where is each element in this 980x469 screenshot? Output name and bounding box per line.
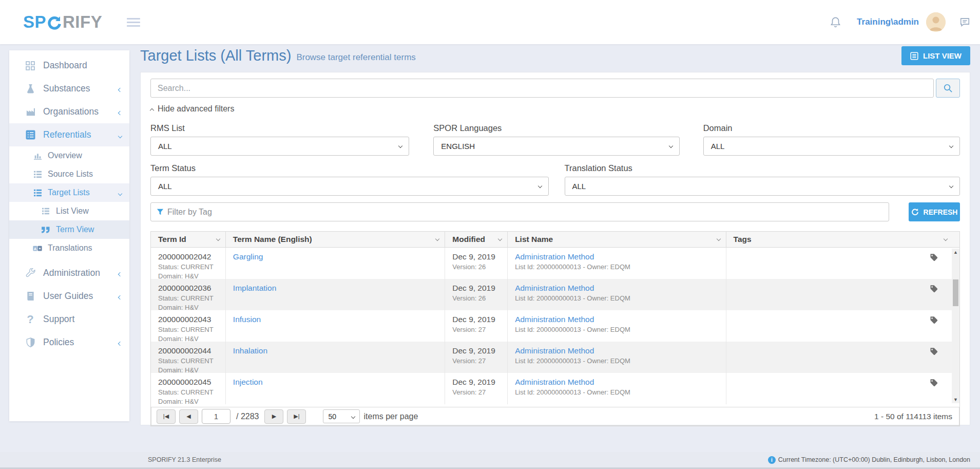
sidebar-item-term-view[interactable]: Term View: [9, 220, 129, 239]
tag-icon[interactable]: [930, 253, 938, 279]
term-name-link[interactable]: Inhalation: [233, 346, 267, 355]
modified-date: Dec 9, 2019: [452, 346, 507, 355]
filter-icon: [157, 208, 164, 216]
term-id: 200000002042: [158, 252, 225, 261]
chat-icon[interactable]: [959, 16, 971, 28]
sidebar-label: Target Lists: [48, 188, 90, 197]
column-header-tags[interactable]: Tags: [726, 232, 959, 247]
search-input[interactable]: [150, 79, 934, 98]
table-scrollbar[interactable]: ▲ ▼: [952, 249, 959, 403]
scroll-up-arrow[interactable]: ▲: [952, 249, 959, 256]
term-name-link[interactable]: Gargling: [233, 252, 263, 261]
terms-grid: Term Id Term Name (English) Modified Lis…: [150, 231, 960, 426]
term-name-link[interactable]: Injection: [233, 378, 263, 386]
chevron-down-icon: [398, 144, 402, 148]
term-id: 200000002044: [158, 346, 225, 355]
sidebar-item-target-lists[interactable]: Target Lists: [9, 183, 129, 202]
list-info: List Id: 200000000013 - Owner: EDQM: [515, 326, 725, 333]
search-button[interactable]: [936, 79, 960, 98]
term-status: Status: CURRENT: [158, 263, 225, 271]
chevron-down-icon: [668, 144, 672, 148]
list-name-link[interactable]: Administration Method: [515, 252, 594, 261]
list-name-link[interactable]: Administration Method: [515, 378, 594, 386]
user-menu[interactable]: Training\admin: [857, 17, 919, 27]
logo-text-rify: RIFY: [63, 12, 102, 32]
filter-by-tag-input[interactable]: [167, 208, 883, 217]
sidebar-item-administration[interactable]: Administration: [9, 261, 129, 285]
list-view-button[interactable]: LIST VIEW: [901, 46, 970, 65]
scrollbar-thumb[interactable]: [953, 279, 958, 306]
app-logo[interactable]: SP RIFY: [23, 12, 102, 32]
previous-page-button[interactable]: ◀: [179, 409, 198, 424]
refresh-icon: [911, 208, 919, 216]
pager: |◀ ◀ / 2283 ▶ ▶| 50 items per page 1 - 5…: [151, 407, 959, 426]
sidebar-item-organisations[interactable]: Organisations: [9, 100, 129, 123]
chevron-down-icon: [119, 188, 122, 197]
avatar[interactable]: [926, 12, 946, 32]
chevron-down-icon: [716, 237, 720, 241]
version: Version: 27: [452, 357, 507, 365]
refresh-button[interactable]: REFRESH: [909, 202, 960, 221]
hide-advanced-filters-toggle[interactable]: Hide advanced filters: [150, 104, 234, 114]
rms-list-label: RMS List: [150, 123, 409, 133]
list-name-link[interactable]: Administration Method: [515, 284, 594, 292]
sidebar-item-list-view[interactable]: List View: [9, 202, 129, 220]
scroll-down-arrow[interactable]: ▼: [952, 396, 959, 403]
list-info: List Id: 200000000013 - Owner: EDQM: [515, 388, 725, 396]
sidebar-label: Translations: [48, 243, 92, 253]
flask-icon: [25, 84, 36, 93]
next-page-button[interactable]: ▶: [264, 409, 283, 424]
column-header-term-id[interactable]: Term Id: [151, 232, 226, 247]
tag-icon[interactable]: [930, 379, 938, 404]
items-range-label: 1 - 50 of 114113 items: [874, 412, 954, 421]
sidebar-item-substances[interactable]: Substances: [9, 77, 129, 100]
sidebar-item-dashboard[interactable]: Dashboard: [9, 54, 129, 77]
page-number-input[interactable]: [202, 409, 230, 424]
domain-select[interactable]: ALL: [703, 137, 960, 156]
notifications-bell-icon[interactable]: [830, 16, 841, 29]
chevron-left-icon: [119, 291, 122, 302]
term-status: Status: CURRENT: [158, 357, 225, 365]
translation-status-select[interactable]: ALL: [565, 177, 960, 196]
tag-icon[interactable]: [930, 347, 938, 373]
term-name-link[interactable]: Infusion: [233, 315, 261, 324]
sidebar-label: Substances: [43, 83, 90, 94]
term-domain: Domain: H&V: [158, 398, 225, 405]
column-header-term-name[interactable]: Term Name (English): [226, 232, 445, 247]
list-name-link[interactable]: Administration Method: [515, 346, 594, 355]
sidebar-item-source-lists[interactable]: Source Lists: [9, 165, 129, 183]
modified-date: Dec 9, 2019: [452, 378, 507, 387]
sidebar-item-referentials[interactable]: Referentials: [9, 123, 129, 146]
term-name-link[interactable]: Implantation: [233, 284, 276, 292]
last-page-button[interactable]: ▶|: [287, 409, 306, 424]
list-icon: [41, 208, 50, 215]
main-panel: Hide advanced filters RMS List ALL SPOR …: [140, 72, 970, 425]
chevron-left-icon: [119, 106, 122, 117]
sidebar-label: Source Lists: [48, 170, 93, 179]
sidebar-item-policies[interactable]: Policies: [9, 331, 129, 354]
chevron-left-icon: [119, 337, 122, 348]
tag-icon[interactable]: [930, 316, 938, 342]
sidebar-item-overview[interactable]: Overview: [9, 146, 129, 165]
rms-list-select[interactable]: ALL: [150, 137, 409, 156]
column-header-modified[interactable]: Modified: [445, 232, 508, 247]
first-page-button[interactable]: |◀: [157, 409, 176, 424]
term-status-select[interactable]: ALL: [150, 177, 549, 196]
sidebar-label: Administration: [43, 268, 100, 278]
footer: SPORIFY 21.3 Enterprise i Current Timezo…: [0, 452, 980, 469]
sidebar-item-translations[interactable]: A * Translations: [9, 239, 129, 257]
list-name-link[interactable]: Administration Method: [515, 315, 594, 324]
app-version: SPORIFY 21.3 Enterprise: [148, 456, 221, 463]
spor-languages-select[interactable]: ENGLISH: [433, 137, 679, 156]
chevron-down-icon: [944, 237, 948, 241]
page-title: Target Lists (All Terms): [140, 47, 291, 64]
column-header-list-name[interactable]: List Name: [508, 232, 726, 247]
menu-toggle-icon[interactable]: [127, 16, 140, 29]
sidebar: Dashboard Substances Organisations Refer…: [9, 50, 129, 421]
sidebar-item-user-guides[interactable]: User Guides: [9, 285, 129, 308]
page-size-select[interactable]: 50: [323, 409, 360, 423]
book-icon: [25, 291, 36, 301]
tag-icon[interactable]: [930, 285, 938, 310]
wrench-icon: [25, 268, 36, 278]
sidebar-item-support[interactable]: ? Support: [9, 308, 129, 331]
